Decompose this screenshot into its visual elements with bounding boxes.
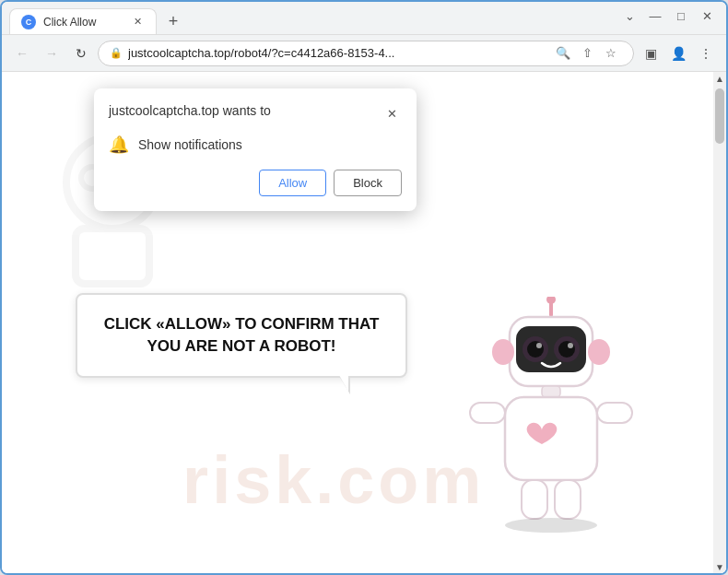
svg-point-16 [492, 339, 514, 365]
svg-rect-19 [505, 397, 597, 480]
svg-point-17 [588, 339, 610, 365]
svg-rect-22 [522, 480, 547, 519]
popup-buttons: Allow Block [109, 170, 402, 196]
svg-point-24 [505, 518, 597, 533]
robot-character [450, 297, 652, 555]
lock-icon: 🔒 [110, 47, 123, 59]
toolbar-icons: ▣ 👤 ⋮ [638, 41, 719, 66]
scrollbar-thumb[interactable] [715, 88, 724, 144]
profile-button[interactable]: 👤 [665, 41, 691, 66]
minimize-button[interactable]: — [643, 5, 667, 29]
search-icon-btn[interactable]: 🔍 [552, 42, 574, 65]
address-bar-row: ← → ↻ 🔒 justcoolcaptcha.top/robot4/?c=c4… [2, 35, 726, 72]
back-button[interactable]: ← [9, 41, 35, 66]
browser-window: C Click Allow ✕ + ⌄ — □ ✕ ← → ↻ 🔒 justco… [0, 0, 728, 575]
permission-popup: justcoolcaptcha.top wants to ✕ 🔔 Show no… [94, 88, 417, 211]
popup-notification-row: 🔔 Show notifications [109, 135, 402, 155]
message-box: CLICK «ALLOW» TO CONFIRM THAT YOU ARE NO… [76, 293, 407, 378]
share-icon-btn[interactable]: ⇧ [576, 42, 598, 65]
svg-rect-1 [76, 229, 149, 284]
scrollbar-up-arrow[interactable]: ▲ [713, 72, 726, 85]
address-icons: 🔍 ⇧ ☆ [552, 42, 622, 65]
svg-rect-20 [470, 403, 505, 423]
bookmark-icon-btn[interactable]: ☆ [600, 42, 622, 65]
chevron-down-button[interactable]: ⌄ [617, 5, 641, 29]
url-text: justcoolcaptcha.top/robot4/?c=c4412a66-8… [128, 46, 546, 60]
svg-point-15 [568, 343, 573, 348]
new-tab-button[interactable]: + [160, 8, 186, 34]
tab-title: Click Allow [43, 16, 123, 29]
notification-label: Show notifications [138, 137, 242, 152]
popup-close-button[interactable]: ✕ [382, 103, 402, 123]
title-bar: C Click Allow ✕ + ⌄ — □ ✕ [2, 2, 726, 35]
active-tab[interactable]: C Click Allow ✕ [9, 8, 157, 34]
svg-point-14 [536, 343, 542, 348]
popup-header: justcoolcaptcha.top wants to ✕ [109, 103, 402, 123]
scrollbar-down-arrow[interactable]: ▼ [713, 560, 726, 573]
close-button[interactable]: ✕ [695, 5, 719, 29]
allow-button[interactable]: Allow [259, 170, 326, 196]
split-view-button[interactable]: ▣ [638, 41, 663, 66]
tab-favicon: C [21, 15, 36, 29]
tab-close-button[interactable]: ✕ [130, 15, 145, 29]
svg-point-7 [546, 297, 556, 304]
message-text: CLICK «ALLOW» TO CONFIRM THAT YOU ARE NO… [104, 315, 380, 355]
maximize-button[interactable]: □ [669, 5, 693, 29]
watermark: risk.com [182, 442, 485, 518]
reload-button[interactable]: ↻ [68, 41, 94, 66]
svg-rect-18 [542, 386, 560, 397]
forward-button[interactable]: → [39, 41, 65, 66]
tab-area: C Click Allow ✕ + [9, 2, 617, 34]
bell-icon: 🔔 [109, 135, 129, 155]
block-button[interactable]: Block [334, 170, 402, 196]
page-content: risk.com justcoolcaptcha.top wants to ✕ … [2, 72, 726, 573]
svg-rect-23 [555, 480, 581, 519]
svg-point-13 [558, 341, 575, 358]
svg-point-12 [527, 341, 544, 358]
svg-rect-21 [597, 403, 632, 423]
window-controls: ⌄ — □ ✕ [617, 5, 719, 32]
scrollbar[interactable]: ▲ ▼ [713, 72, 726, 573]
robot-svg [450, 297, 652, 564]
address-bar[interactable]: 🔒 justcoolcaptcha.top/robot4/?c=c4412a66… [98, 41, 634, 66]
menu-button[interactable]: ⋮ [693, 41, 719, 66]
popup-title: justcoolcaptcha.top wants to [109, 103, 271, 118]
